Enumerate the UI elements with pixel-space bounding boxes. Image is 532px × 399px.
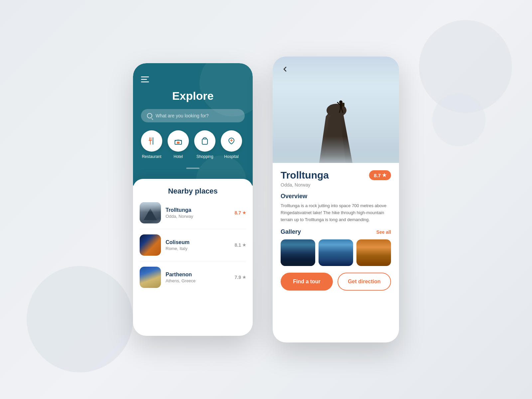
overview-title: Overview xyxy=(281,193,391,200)
nearby-section: Nearby places Trolltunga Odda, Norway 8.… xyxy=(133,179,253,336)
gallery-image-1 xyxy=(281,239,315,266)
hotel-label: Hotel xyxy=(174,154,183,159)
svg-rect-8 xyxy=(177,142,180,144)
gallery-row xyxy=(281,239,391,266)
category-hospital[interactable]: Hospital xyxy=(221,130,242,159)
rock-formation xyxy=(273,83,399,163)
place-item-parthenon[interactable]: Parthenon Athens, Greece 7.9 ★ xyxy=(140,267,246,293)
gallery-title: Gallery xyxy=(281,228,301,235)
detail-content: Trolltunga 8.7 ★ Odda, Norway Overview T… xyxy=(273,163,399,342)
rating-star-badge: ★ xyxy=(382,172,386,178)
restaurant-circle xyxy=(141,130,162,152)
trolltunga-thumbnail xyxy=(140,202,161,223)
coliseum-info: Coliseum Rome, Italy xyxy=(166,239,230,251)
parthenon-name: Parthenon xyxy=(166,272,230,278)
back-button[interactable] xyxy=(279,63,291,75)
explore-header: Explore What are you looking for? xyxy=(133,63,253,186)
action-buttons: Find a tour Get direction xyxy=(281,273,391,291)
svg-rect-1 xyxy=(141,79,147,80)
category-shopping[interactable]: Shopping xyxy=(194,130,215,159)
hospital-circle xyxy=(221,130,242,152)
place-thumb-coliseum xyxy=(140,234,161,256)
overview-text: Trolltunga is a rock jutting into space … xyxy=(281,202,391,223)
svg-rect-15 xyxy=(340,103,342,108)
see-all-button[interactable]: See all xyxy=(376,229,391,235)
coliseum-thumbnail xyxy=(140,234,161,256)
scroll-indicator xyxy=(186,168,200,169)
svg-rect-0 xyxy=(141,76,149,77)
gallery-thumb-1[interactable] xyxy=(281,239,315,266)
place-item-coliseum[interactable]: Coliseum Rome, Italy 8.1 ★ xyxy=(140,234,246,261)
shopping-label: Shopping xyxy=(197,154,213,159)
parthenon-rating: 7.9 ★ xyxy=(235,275,246,280)
gallery-image-3 xyxy=(356,239,391,266)
svg-rect-14 xyxy=(273,136,399,163)
svg-rect-2 xyxy=(141,81,149,82)
detail-hero xyxy=(273,57,399,163)
background-blob-left xyxy=(27,266,133,372)
nearby-title: Nearby places xyxy=(140,187,246,196)
hotel-circle xyxy=(168,130,189,152)
coliseum-rating: 8.1 ★ xyxy=(235,242,246,248)
detail-title-row: Trolltunga 8.7 ★ xyxy=(281,170,391,181)
restaurant-label: Restaurant xyxy=(142,154,162,159)
gallery-image-2 xyxy=(319,239,353,266)
parthenon-info: Parthenon Athens, Greece xyxy=(166,272,230,283)
place-item-trolltunga[interactable]: Trolltunga Odda, Norway 8.7 ★ xyxy=(140,202,246,229)
place-thumb-trolltunga xyxy=(140,202,161,223)
phone-explore: Explore What are you looking for? xyxy=(133,63,253,336)
gallery-thumb-2[interactable] xyxy=(319,239,353,266)
category-hotel[interactable]: Hotel xyxy=(168,130,189,159)
parthenon-star: ★ xyxy=(242,275,246,280)
explore-title: Explore xyxy=(141,89,245,102)
background-blob-right2 xyxy=(432,93,485,146)
coliseum-name: Coliseum xyxy=(166,239,230,245)
detail-place-name: Trolltunga xyxy=(281,170,329,181)
trolltunga-rating: 8.7 ★ xyxy=(235,210,246,215)
search-icon xyxy=(147,113,152,118)
place-thumb-parthenon xyxy=(140,267,161,288)
search-placeholder: What are you looking for? xyxy=(156,113,209,118)
shopping-circle xyxy=(194,130,215,152)
trolltunga-star: ★ xyxy=(242,210,246,215)
menu-icon[interactable] xyxy=(141,76,245,84)
parthenon-thumbnail xyxy=(140,267,161,288)
categories-row: Restaurant Hotel xyxy=(141,130,245,162)
search-bar[interactable]: What are you looking for? xyxy=(141,109,245,122)
detail-location: Odda, Norway xyxy=(281,182,391,188)
svg-rect-9 xyxy=(202,139,207,144)
phones-container: Explore What are you looking for? xyxy=(133,57,399,342)
gallery-header: Gallery See all xyxy=(281,228,391,235)
gallery-thumb-3[interactable] xyxy=(356,239,391,266)
coliseum-star: ★ xyxy=(242,243,246,247)
find-tour-button[interactable]: Find a tour xyxy=(281,273,333,291)
trolltunga-location: Odda, Norway xyxy=(166,214,230,219)
get-direction-button[interactable]: Get direction xyxy=(337,273,391,291)
parthenon-location: Athens, Greece xyxy=(166,278,230,283)
svg-rect-17 xyxy=(342,103,344,106)
phone-detail: Trolltunga 8.7 ★ Odda, Norway Overview T… xyxy=(273,57,399,342)
trolltunga-name: Trolltunga xyxy=(166,207,230,213)
rating-badge: 8.7 ★ xyxy=(369,170,391,180)
hospital-label: Hospital xyxy=(224,154,238,159)
category-restaurant[interactable]: Restaurant xyxy=(141,130,162,159)
trolltunga-info: Trolltunga Odda, Norway xyxy=(166,207,230,219)
rating-value: 8.7 xyxy=(374,173,381,178)
coliseum-location: Rome, Italy xyxy=(166,246,230,251)
